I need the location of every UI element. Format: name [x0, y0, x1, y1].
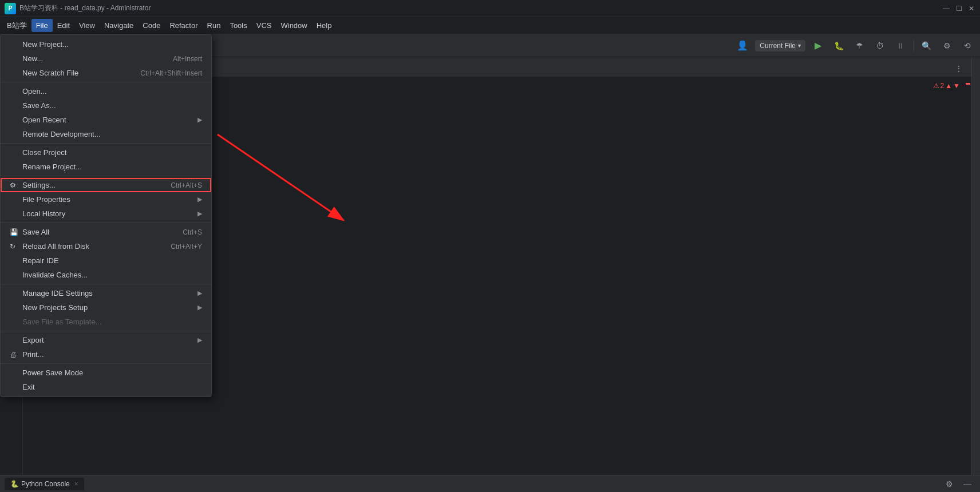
- menu-save-as[interactable]: Save As...: [1, 98, 211, 113]
- menu-repair-ide[interactable]: Repair IDE: [1, 253, 211, 268]
- menu-window[interactable]: Window: [276, 19, 311, 32]
- menu-new-projects-setup[interactable]: New Projects Setup ▶: [1, 300, 211, 315]
- menu-new-projects-label: New Projects Setup: [22, 303, 88, 312]
- bottom-settings-button[interactable]: ⚙: [941, 476, 957, 492]
- menu-run[interactable]: Run: [203, 19, 226, 32]
- run-config-selector[interactable]: Current File ▾: [755, 40, 805, 51]
- error-count: 2: [941, 82, 945, 90]
- menu-rename-project-left: Rename Project...: [10, 162, 82, 171]
- menu-print[interactable]: 🖨 Print...: [1, 347, 211, 362]
- python-console-close[interactable]: ×: [74, 480, 78, 488]
- menu-save-template-label: Save File as Template...: [22, 318, 102, 326]
- menu-export-label: Export: [22, 336, 44, 344]
- close-button[interactable]: ✕: [967, 5, 975, 13]
- menu-save-as-label: Save As...: [22, 101, 56, 110]
- error-down-arrow[interactable]: ▼: [953, 82, 960, 90]
- menu-open-recent[interactable]: Open Recent ▶: [1, 113, 211, 127]
- menu-export-left: Export: [10, 336, 44, 344]
- menu-new-project-label: New Project...: [22, 40, 69, 49]
- menu-local-history-left: Local History: [10, 209, 65, 218]
- menu-reload-left: ↻ Reload All from Disk: [10, 242, 89, 251]
- menu-rename-project[interactable]: Rename Project...: [1, 160, 211, 174]
- menu-file-props-left: File Properties: [10, 195, 70, 204]
- user-icon[interactable]: 👤: [734, 38, 750, 54]
- menu-new-scratch-label: New Scratch File: [22, 69, 78, 77]
- menu-settings-left: ⚙ Settings...: [10, 181, 56, 189]
- menu-remote-dev[interactable]: Remote Development...: [1, 127, 211, 141]
- menu-reload[interactable]: ↻ Reload All from Disk Ctrl+Alt+Y: [1, 239, 211, 253]
- local-history-arrow: ▶: [197, 210, 202, 217]
- menu-close-project-label: Close Project: [22, 148, 66, 157]
- menu-invalidate-caches[interactable]: Invalidate Caches...: [1, 268, 211, 282]
- title-bar: P B站学习资料 - read_data.py - Administrator …: [0, 0, 980, 17]
- python-console-icon: 🐍: [10, 480, 19, 488]
- menu-open-label: Open...: [22, 87, 47, 96]
- menu-new[interactable]: New... Alt+Insert: [1, 51, 211, 66]
- error-mark-1: [966, 83, 970, 85]
- menu-invalidate-left: Invalidate Caches...: [10, 271, 88, 279]
- menu-reload-label: Reload All from Disk: [22, 242, 89, 251]
- menu-manage-ide[interactable]: Manage IDE Settings ▶: [1, 286, 211, 300]
- menu-bz[interactable]: B站学: [2, 18, 31, 33]
- debug-button[interactable]: 🐛: [831, 38, 847, 54]
- menu-close-project[interactable]: Close Project: [1, 145, 211, 160]
- minimize-button[interactable]: —: [942, 5, 950, 13]
- menu-reload-shortcut: Ctrl+Alt+Y: [171, 243, 202, 251]
- menu-new-project-left: New Project...: [10, 40, 69, 49]
- bottom-tabs: 🐍 Python Console × ⚙ —: [0, 475, 980, 492]
- menu-export[interactable]: Export ▶: [1, 333, 211, 347]
- run-config-label: Current File: [760, 42, 796, 50]
- menu-print-label: Print...: [22, 350, 44, 359]
- menu-navigate[interactable]: Navigate: [100, 19, 138, 32]
- menu-new-project[interactable]: New Project...: [1, 37, 211, 51]
- menu-vcs[interactable]: VCS: [252, 19, 276, 32]
- search-everywhere-button[interactable]: 🔍: [918, 38, 934, 54]
- tab-options-button[interactable]: ⋮: [951, 61, 967, 77]
- menu-file-props[interactable]: File Properties ▶: [1, 192, 211, 207]
- menu-file[interactable]: File: [31, 19, 53, 32]
- menu-tools[interactable]: Tools: [225, 19, 251, 32]
- sep-1: [1, 82, 211, 82]
- menu-view[interactable]: View: [74, 19, 100, 32]
- menu-save-template: Save File as Template...: [1, 315, 211, 329]
- maximize-button[interactable]: ☐: [955, 5, 963, 13]
- profile-button[interactable]: ⏱: [872, 38, 888, 54]
- menu-exit[interactable]: Exit: [1, 380, 211, 394]
- menu-power-save-left: Power Save Mode: [10, 368, 83, 377]
- menu-new-scratch-shortcut: Ctrl+Alt+Shift+Insert: [140, 69, 202, 77]
- export-arrow: ▶: [197, 336, 202, 344]
- menu-code[interactable]: Code: [138, 19, 165, 32]
- menu-open-recent-label: Open Recent: [22, 116, 66, 124]
- error-up-arrow[interactable]: ▲: [945, 82, 952, 90]
- pause-button[interactable]: ⏸: [892, 38, 908, 54]
- menu-new-scratch[interactable]: New Scratch File Ctrl+Alt+Shift+Insert: [1, 66, 211, 80]
- menu-edit[interactable]: Edit: [53, 19, 74, 32]
- menu-new-projects-left: New Projects Setup: [10, 303, 88, 312]
- menu-open[interactable]: Open...: [1, 84, 211, 98]
- menu-save-template-left: Save File as Template...: [10, 318, 102, 326]
- bottom-minimize-button[interactable]: —: [959, 476, 975, 492]
- menu-power-save[interactable]: Power Save Mode: [1, 366, 211, 380]
- menu-power-save-label: Power Save Mode: [22, 368, 83, 377]
- bottom-panel: 🐍 Python Console × ⚙ — ▶ ≡ D:\Anaconda\e…: [0, 475, 980, 492]
- python-console-tab[interactable]: 🐍 Python Console ×: [5, 478, 84, 490]
- menu-settings[interactable]: ⚙ Settings... Ctrl+Alt+S: [1, 178, 211, 192]
- settings-menu-icon: ⚙: [10, 181, 20, 189]
- vcs-button[interactable]: ⟲: [959, 38, 975, 54]
- settings-button[interactable]: ⚙: [939, 38, 955, 54]
- menu-exit-label: Exit: [22, 383, 35, 391]
- run-button[interactable]: ▶: [810, 38, 826, 54]
- menu-open-left: Open...: [10, 87, 47, 96]
- menu-help[interactable]: Help: [312, 19, 337, 32]
- print-icon: 🖨: [10, 351, 20, 359]
- menu-save-all-shortcut: Ctrl+S: [183, 228, 202, 236]
- app-logo: P: [5, 3, 16, 14]
- menu-exit-left: Exit: [10, 383, 35, 391]
- coverage-button[interactable]: ☂: [851, 38, 867, 54]
- manage-ide-arrow: ▶: [197, 289, 202, 297]
- menu-save-all-left: 💾 Save All: [10, 228, 49, 236]
- menu-local-history[interactable]: Local History ▶: [1, 207, 211, 221]
- title-bar-controls: — ☐ ✕: [942, 5, 975, 13]
- menu-refactor[interactable]: Refactor: [165, 19, 202, 32]
- menu-save-all[interactable]: 💾 Save All Ctrl+S: [1, 225, 211, 239]
